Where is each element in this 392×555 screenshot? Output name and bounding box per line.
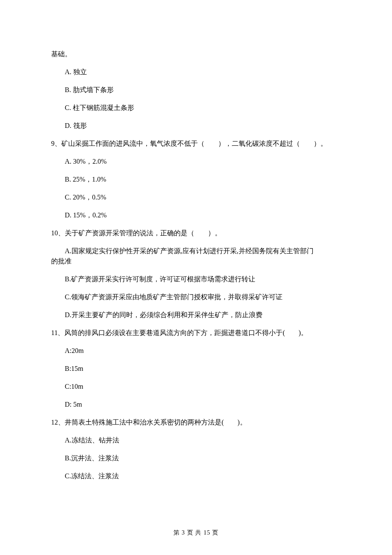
q10-option-a: A.国家规定实行保护性开采的矿产资源,应有计划进行开采,并经国务院有关主管部门 …	[51, 246, 341, 266]
q12-stem: 12、井筒表土特殊施工法中和治水关系密切的两种方法是( )。	[51, 417, 341, 428]
document-page: 基础。 A. 独立 B. 肋式墙下条形 C. 柱下钢筋混凝土条形 D. 筏形 9…	[0, 0, 392, 555]
q10-stem: 10、关于矿产资源开采管理的说法，正确的是（ ）。	[51, 228, 341, 238]
q8-option-d: D. 筏形	[65, 121, 341, 131]
q9-option-c: C. 20%，0.5%	[65, 192, 341, 202]
q9-option-d: D. 15%，0.2%	[65, 210, 341, 220]
q11-option-d: D: 5m	[65, 399, 341, 410]
q9-option-b: B. 25%，1.0%	[65, 174, 341, 185]
q11-option-b: B:15m	[65, 364, 341, 374]
q11-option-c: C:10m	[65, 382, 341, 392]
q10-option-c: C.领海矿产资源开采应由地质矿产主管部门授权审批，并取得采矿许可证	[51, 292, 341, 302]
question-8-fragment: 基础。	[51, 49, 341, 59]
q8-option-c: C. 柱下钢筋混凝土条形	[65, 103, 341, 113]
q8-option-b: B. 肋式墙下条形	[65, 85, 341, 95]
q11-option-a: A:20m	[65, 346, 341, 356]
q10-option-d: D.开采主要矿产的同时，必须综合利用和开采伴生矿产，防止浪费	[51, 310, 341, 320]
q9-stem: 9、矿山采掘工作面的进风流中，氧气浓度不低于（ ），二氧化碳浓度不超过（ ）。	[51, 139, 341, 149]
q12-option-b: B.沉井法、注浆法	[65, 453, 341, 463]
q12-option-c: C.冻结法、注浆法	[65, 471, 341, 481]
q11-stem: 11、风筒的排风口必须设在主要巷道风流方向的下方，距掘进巷道口不得小于( )。	[51, 328, 341, 338]
q9-option-a: A. 30%，2.0%	[65, 156, 341, 167]
q8-option-a: A. 独立	[65, 67, 341, 77]
q12-option-a: A.冻结法、钻井法	[65, 435, 341, 445]
page-footer: 第 3 页 共 15 页	[0, 528, 392, 537]
q10-option-a-line2: 的批准	[51, 256, 341, 266]
q10-option-b: B.矿产资源开采实行许可制度，许可证可根据市场需求进行转让	[51, 274, 341, 284]
q10-option-a-line1: A.国家规定实行保护性开采的矿产资源,应有计划进行开采,并经国务院有关主管部门	[51, 246, 341, 256]
